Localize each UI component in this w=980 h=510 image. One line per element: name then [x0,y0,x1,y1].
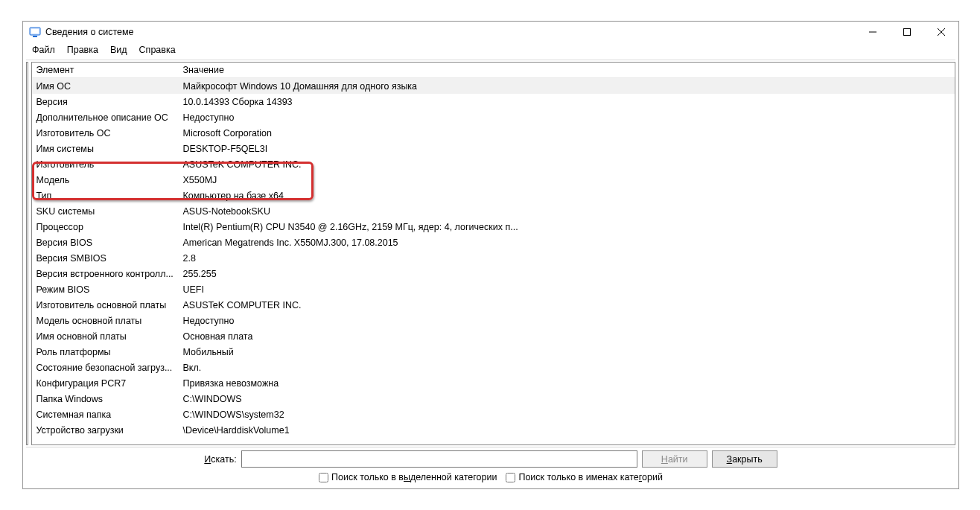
row-key: Имя ОС [32,78,179,95]
row-key: Роль платформы [32,344,179,360]
row-key: Версия SMBIOS [32,250,179,266]
row-value: Мобильный [179,344,955,360]
col-element[interactable]: Элемент [32,63,179,78]
table-row[interactable]: Версия BIOSAmerican Megatrends Inc. X550… [32,235,955,250]
svg-rect-4 [904,29,911,36]
svg-rect-1 [31,29,39,34]
col-value[interactable]: Значение [179,63,955,78]
row-value: Недоступно [179,109,955,125]
checkbox-names-only-label: Поиск только в именах категорий [518,472,663,482]
row-key: Версия встроенного контролл... [32,266,179,281]
row-value: Привязка невозможна [179,375,955,391]
svg-rect-2 [33,36,37,37]
row-key: Изготовитель основной платы [32,297,179,313]
row-key: Версия [32,94,179,109]
menu-edit[interactable]: Правка [61,43,104,57]
table-row[interactable]: Изготовитель ОСMicrosoft Corporation [32,125,955,141]
table-row[interactable]: SKU системыASUS-NotebookSKU [32,203,955,219]
row-value: UEFI [179,281,955,297]
tree-node-hardware[interactable]: + Аппаратные ресурсы [27,77,28,89]
table-row[interactable]: ПроцессорIntel(R) Pentium(R) CPU N3540 @… [32,219,955,235]
table-row[interactable]: ИзготовительASUSTeK COMPUTER INC. [32,156,955,172]
row-value: Intel(R) Pentium(R) CPU N3540 @ 2.16GHz,… [179,219,955,235]
row-value: American Megatrends Inc. X550MJ.300, 17.… [179,235,955,250]
table-row[interactable]: Имя основной платыОсновная плата [32,328,955,344]
close-search-button[interactable]: Закрыть [712,450,777,468]
search-label: Искать: [204,454,236,465]
table-row[interactable]: МодельX550MJ [32,172,955,188]
table-row[interactable]: Папка WindowsC:\WINDOWS [32,391,955,407]
checkbox-names-only-input[interactable] [506,473,515,482]
search-input[interactable] [241,450,637,468]
table-row[interactable]: Режим BIOSUEFI [32,281,955,297]
row-value: Компьютер на базе x64 [179,188,955,203]
row-value: \Device\HarddiskVolume1 [179,422,955,438]
table-row[interactable]: Версия10.0.14393 Сборка 14393 [32,94,955,109]
row-key: Тип [32,188,179,203]
find-button-rest: айти [668,454,688,465]
find-button[interactable]: Найти [642,450,707,468]
table-row[interactable]: Состояние безопасной загруз...Вкл. [32,360,955,375]
menu-file[interactable]: Файл [26,43,61,57]
row-key: Дополнительное описание ОС [32,109,179,125]
row-key: Модель [32,172,179,188]
row-value: ASUSTeK COMPUTER INC. [179,156,955,172]
table-row[interactable]: Дополнительное описание ОСНедоступно [32,109,955,125]
row-value: ASUSTeK COMPUTER INC. [179,297,955,313]
row-key: Режим BIOS [32,281,179,297]
row-key: SKU системы [32,203,179,219]
table-row[interactable]: Устройство загрузки\Device\HarddiskVolum… [32,422,955,438]
system-information-window: Сведения о системе Файл Правка Вид Справ… [22,21,959,489]
row-key: Изготовитель [32,156,179,172]
row-value: 10.0.14393 Сборка 14393 [179,94,955,109]
row-key: Процессор [32,219,179,235]
checkbox-selected-category[interactable]: Поиск только в выделенной категории [319,472,497,482]
row-value: DESKTOP-F5QEL3I [179,141,955,156]
checkbox-selected-category-input[interactable] [319,473,328,482]
details-table: Элемент Значение Имя ОСМайкрософт Window… [32,63,955,438]
table-row[interactable]: Версия SMBIOS2.8 [32,250,955,266]
table-row[interactable]: Версия встроенного контролл...255.255 [32,266,955,281]
window-title: Сведения о системе [45,27,856,37]
navigation-tree[interactable]: Сведения о системе + Аппаратные ресурсы … [26,62,28,445]
titlebar: Сведения о системе [23,22,958,42]
row-value: Майкрософт Windows 10 Домашняя для одног… [179,78,955,95]
table-row[interactable]: Изготовитель основной платыASUSTeK COMPU… [32,297,955,313]
checkbox-selected-category-label: Поиск только в выделенной категории [331,472,497,482]
details-scroll[interactable]: Элемент Значение Имя ОСМайкрософт Window… [32,63,955,444]
close-button-rest: акрыть [732,454,763,465]
row-key: Изготовитель ОС [32,125,179,141]
tree-node-components[interactable]: + Компоненты [27,89,28,102]
row-value: C:\WINDOWS\system32 [179,407,955,422]
maximize-button[interactable] [890,22,924,42]
close-button[interactable] [924,22,958,42]
app-icon [29,26,41,38]
table-row[interactable]: Системная папкаC:\WINDOWS\system32 [32,407,955,422]
row-key: Конфигурация PCR7 [32,375,179,391]
table-row[interactable]: Имя ОСМайкрософт Windows 10 Домашняя для… [32,78,955,95]
menu-view[interactable]: Вид [104,43,133,57]
tree-node-software[interactable]: + Программная среда [27,102,28,115]
checkbox-names-only[interactable]: Поиск только в именах категорий [506,472,663,482]
minimize-button[interactable] [856,22,890,42]
row-value: Вкл. [179,360,955,375]
row-key: Имя системы [32,141,179,156]
row-value: ASUS-NotebookSKU [179,203,955,219]
menu-help[interactable]: Справка [133,43,182,57]
row-key: Имя основной платы [32,328,179,344]
row-key: Версия BIOS [32,235,179,250]
main-panes: Сведения о системе + Аппаратные ресурсы … [26,60,955,447]
table-row[interactable]: Конфигурация PCR7Привязка невозможна [32,375,955,391]
table-row[interactable]: Роль платформыМобильный [32,344,955,360]
row-value: 2.8 [179,250,955,266]
row-value: Недоступно [179,313,955,328]
table-row[interactable]: Модель основной платыНедоступно [32,313,955,328]
table-row[interactable]: ТипКомпьютер на базе x64 [32,188,955,203]
menubar: Файл Правка Вид Справка [23,42,958,60]
row-value: C:\WINDOWS [179,391,955,407]
row-key: Устройство загрузки [32,422,179,438]
details-pane: Элемент Значение Имя ОСМайкрософт Window… [31,62,956,445]
window-controls [856,22,958,42]
tree-root[interactable]: Сведения о системе [27,64,28,77]
table-row[interactable]: Имя системыDESKTOP-F5QEL3I [32,141,955,156]
